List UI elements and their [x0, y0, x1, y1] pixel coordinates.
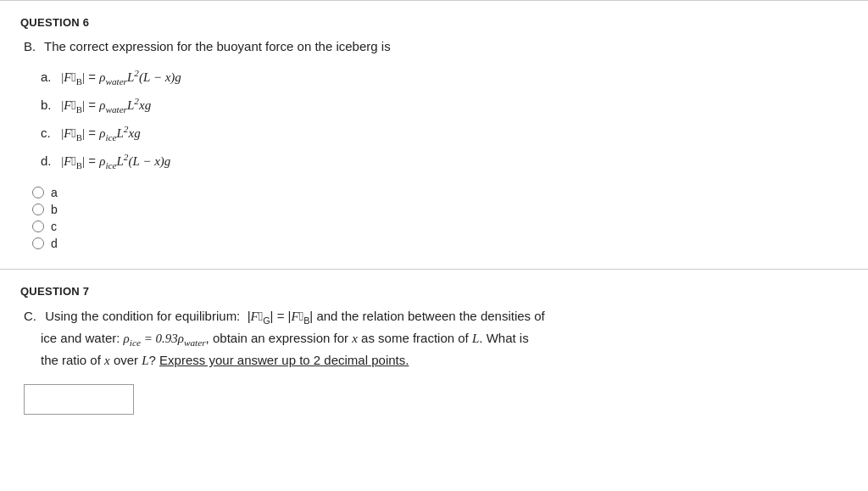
- option-a-label: a.: [41, 66, 58, 88]
- radio-b[interactable]: [32, 204, 44, 215]
- question-7-line2: ice and water: ρice = 0.93ρwater, obtain…: [41, 331, 529, 345]
- option-b-rhs: ρwaterL2xg: [99, 98, 151, 112]
- radio-item-a[interactable]: a: [32, 186, 848, 199]
- radio-item-d[interactable]: d: [32, 237, 848, 250]
- radio-d[interactable]: [32, 237, 44, 249]
- question-7-block: QUESTION 7 C. Using the condition for eq…: [0, 270, 868, 430]
- option-a: a. |F⃗B| = ρwaterL2(L − x)g: [41, 65, 848, 90]
- option-b-lhs: |F⃗B|: [61, 98, 85, 112]
- question-7-content: C. Using the condition for equilibrium: …: [24, 306, 848, 415]
- option-d-rhs: ρiceL2(L − x)g: [99, 154, 170, 168]
- option-d-label: d.: [41, 150, 58, 172]
- option-d: d. |F⃗B| = ρiceL2(L − x)g: [41, 149, 848, 174]
- option-d-eq: =: [88, 153, 99, 168]
- option-c: c. |F⃗B| = ρiceL2xg: [41, 121, 848, 146]
- question-6-header: QUESTION 6: [20, 16, 848, 29]
- option-a-rhs: ρwaterL2(L − x)g: [99, 70, 181, 84]
- radio-item-c[interactable]: c: [32, 220, 848, 233]
- question-7-line3: the ratio of x over L? Express your answ…: [41, 353, 409, 367]
- option-c-rhs: ρiceL2xg: [99, 126, 140, 140]
- option-b-label: b.: [41, 94, 58, 116]
- question-7-line1: Using the condition for equilibrium: |F⃗…: [45, 309, 545, 323]
- options-list: a. |F⃗B| = ρwaterL2(L − x)g b. |F⃗B| = ρ…: [41, 65, 848, 175]
- radio-c-label: c: [51, 220, 57, 233]
- option-c-lhs: |F⃗B|: [61, 126, 85, 140]
- page-container: QUESTION 6 B. The correct expression for…: [0, 0, 868, 430]
- question-6-block: QUESTION 6 B. The correct expression for…: [0, 1, 868, 270]
- option-b: b. |F⃗B| = ρwaterL2xg: [41, 93, 848, 118]
- answer-box[interactable]: [24, 384, 134, 415]
- radio-a[interactable]: [32, 187, 44, 198]
- option-a-lhs: |F⃗B|: [61, 70, 85, 84]
- option-c-label: c.: [41, 122, 58, 144]
- question-6-body: The correct expression for the buoyant f…: [44, 39, 391, 53]
- radio-a-label: a: [51, 186, 58, 199]
- radio-item-b[interactable]: b: [32, 203, 848, 216]
- option-a-eq: =: [88, 70, 99, 84]
- radio-b-label: b: [51, 203, 58, 216]
- option-d-lhs: |F⃗B|: [61, 154, 85, 168]
- question-6-letter: B.: [24, 39, 36, 53]
- question-6-content: B. The correct expression for the buoyan…: [24, 37, 848, 250]
- question-7-letter: C.: [24, 309, 36, 323]
- question-7-header: QUESTION 7: [20, 285, 848, 298]
- question-7-underlined: Express your answer up to 2 decimal poin…: [159, 353, 409, 367]
- option-b-eq: =: [88, 98, 99, 112]
- radio-c[interactable]: [32, 220, 44, 232]
- option-c-eq: =: [88, 126, 99, 140]
- question-6-text: B. The correct expression for the buoyan…: [24, 37, 848, 57]
- question-7-text: C. Using the condition for equilibrium: …: [24, 306, 848, 371]
- radio-group: a b c d: [32, 186, 848, 250]
- answer-input[interactable]: [25, 385, 133, 414]
- radio-d-label: d: [51, 237, 58, 250]
